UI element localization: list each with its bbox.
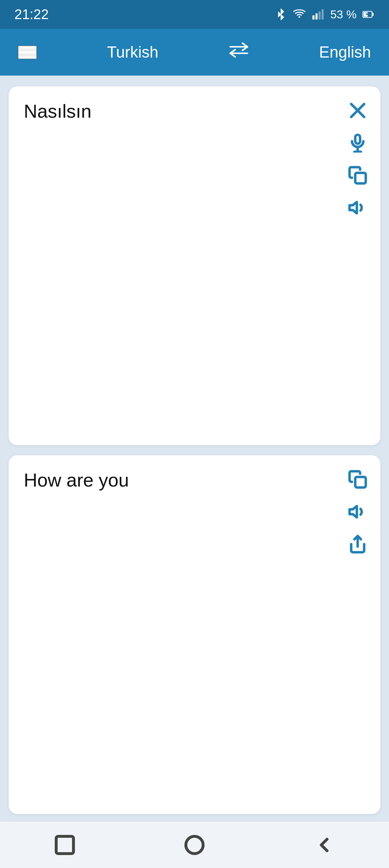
svg-rect-15 [355, 173, 366, 183]
status-bar: 21:22 53 % [0, 0, 389, 29]
svg-rect-17 [355, 477, 366, 487]
main-content: Nasılsın [0, 76, 389, 821]
target-text: How are you [24, 468, 341, 493]
app-bar: Turkish English [0, 29, 389, 76]
svg-marker-16 [350, 202, 357, 213]
target-language[interactable]: English [319, 43, 371, 61]
source-speak-button[interactable] [348, 198, 367, 217]
menu-button[interactable] [18, 46, 37, 59]
status-icons: 53 % [275, 8, 375, 21]
status-time: 21:22 [14, 7, 49, 22]
swap-languages-button[interactable] [229, 42, 249, 63]
recent-apps-button[interactable] [53, 833, 76, 856]
target-card: How are you [9, 455, 380, 814]
svg-rect-1 [312, 15, 314, 19]
svg-rect-3 [318, 12, 321, 20]
target-copy-button[interactable] [348, 470, 367, 489]
target-actions [348, 468, 367, 554]
source-language[interactable]: Turkish [107, 43, 158, 61]
source-card: Nasılsın [9, 86, 380, 445]
clear-button[interactable] [348, 101, 367, 120]
microphone-button[interactable] [348, 133, 367, 153]
source-actions [348, 99, 367, 217]
back-button[interactable] [313, 833, 336, 856]
target-speak-button[interactable] [348, 502, 367, 521]
wifi-icon [293, 8, 306, 21]
source-text[interactable]: Nasılsın [24, 99, 341, 124]
svg-point-0 [299, 16, 300, 18]
svg-rect-6 [372, 13, 374, 16]
svg-rect-4 [322, 9, 324, 19]
svg-rect-2 [316, 13, 318, 19]
svg-marker-18 [350, 506, 357, 517]
home-button[interactable] [183, 833, 206, 856]
bluetooth-icon [275, 8, 287, 21]
battery-text: 53 % [330, 8, 357, 21]
svg-point-21 [186, 836, 203, 854]
svg-rect-20 [56, 836, 73, 854]
nav-bar [0, 821, 389, 868]
signal-icon [312, 8, 325, 21]
share-button[interactable] [348, 534, 367, 554]
svg-rect-12 [355, 135, 360, 144]
battery-icon [362, 8, 375, 21]
source-copy-button[interactable] [348, 166, 367, 185]
